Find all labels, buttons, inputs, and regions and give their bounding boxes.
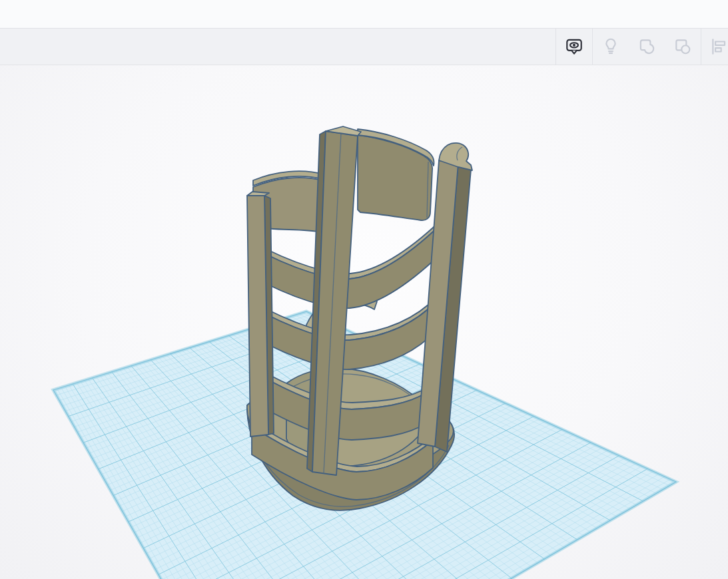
toolbar-right-group (555, 29, 728, 65)
browser-chrome-strip (0, 0, 728, 29)
align-bars-icon (709, 37, 728, 57)
align-button[interactable] (702, 32, 728, 61)
eye-in-speech-bubble-icon (564, 37, 584, 57)
toolbar-separator (555, 29, 556, 65)
3d-model[interactable] (247, 126, 472, 510)
ungroup-button[interactable] (665, 32, 700, 61)
toolbar (0, 29, 728, 65)
lightbulb-icon (601, 37, 621, 57)
toolbar-separator (592, 29, 593, 65)
left-post (247, 192, 274, 437)
notes-visibility-button[interactable] (557, 32, 591, 61)
square-and-circle-icon (673, 37, 693, 57)
3d-viewport[interactable] (0, 65, 728, 579)
hide-selected-button[interactable] (593, 32, 628, 61)
group-button[interactable] (629, 32, 664, 61)
merged-shapes-icon (637, 37, 657, 57)
toolbar-separator (701, 29, 701, 65)
